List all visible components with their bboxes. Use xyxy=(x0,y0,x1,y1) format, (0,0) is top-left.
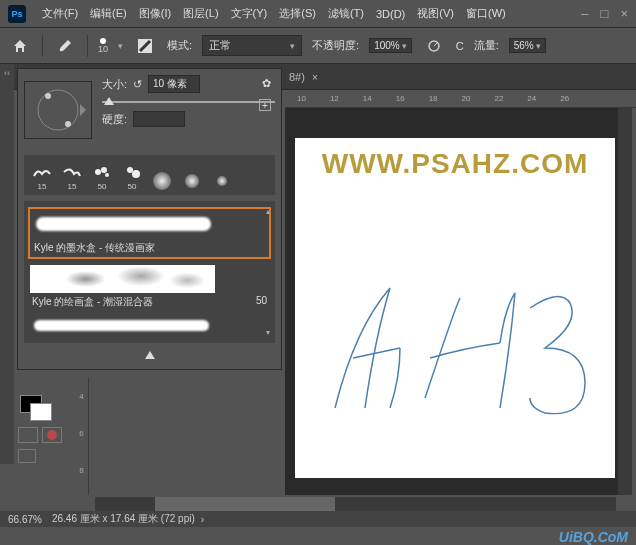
flow-label: 流量: xyxy=(474,38,499,53)
brush-size-number: 10 xyxy=(98,44,108,54)
mode-label: 模式: xyxy=(167,38,192,53)
brush-tool-icon[interactable] xyxy=(53,34,77,58)
opacity-input[interactable]: 100%▾ xyxy=(369,38,412,53)
app-logo: Ps xyxy=(8,5,26,23)
brush-preset[interactable]: 50 xyxy=(88,159,116,191)
options-toolbar: 10 ▾ 模式: 正常 ▾ 不透明度: 100%▾ C 流量: 56%▾ xyxy=(0,28,636,64)
menu-view[interactable]: 视图(V) xyxy=(411,6,460,21)
quickmask-mode-icon[interactable] xyxy=(42,427,62,443)
brush-preset[interactable] xyxy=(148,159,176,191)
svg-point-3 xyxy=(45,93,51,99)
brush-preset[interactable]: 15 xyxy=(28,159,56,191)
brush-preset[interactable]: 50 xyxy=(118,159,146,191)
panel-resize-handle[interactable] xyxy=(24,347,275,363)
brush-list-item[interactable]: Kyle 的绘画盒 - 潮湿混合器50 xyxy=(28,263,271,311)
flow-input[interactable]: 56%▾ xyxy=(509,38,546,53)
canvas-drawing xyxy=(305,248,605,448)
brush-list-item[interactable] xyxy=(28,315,271,337)
document-dimensions: 26.46 厘米 x 17.64 厘米 (72 ppi) xyxy=(52,512,195,526)
vertical-ruler: 4 6 8 xyxy=(75,378,89,495)
brush-list-item[interactable]: Kyle 的墨水盒 - 传统漫画家 xyxy=(28,207,271,259)
tab-close-icon[interactable]: × xyxy=(312,72,318,83)
brush-preset-panel: ✿ + 大小: ↺ 10 像素 硬度: 15 15 50 50 xyxy=(17,68,282,370)
horizontal-ruler: 101214 161820 222426 xyxy=(285,90,636,108)
brush-list: Kyle 的墨水盒 - 传统漫画家 Kyle 的绘画盒 - 潮湿混合器50 ▴▾ xyxy=(24,201,275,343)
svg-point-7 xyxy=(105,173,109,177)
opacity-label: 不透明度: xyxy=(312,38,359,53)
brush-list-scrollbar[interactable]: ▴▾ xyxy=(263,207,273,337)
panel-expand-strip[interactable]: ‹‹ xyxy=(0,64,14,464)
menu-image[interactable]: 图像(I) xyxy=(133,6,177,21)
hardness-label: 硬度: xyxy=(102,112,127,127)
color-swatch-tools xyxy=(16,395,72,463)
brush-preset[interactable] xyxy=(178,159,206,191)
window-controls: – □ × xyxy=(581,6,628,21)
chevron-right-icon[interactable]: › xyxy=(201,514,204,525)
brush-preset[interactable] xyxy=(208,159,236,191)
foreground-background-swatch[interactable] xyxy=(20,395,50,419)
standard-mode-icon[interactable] xyxy=(18,427,38,443)
svg-point-8 xyxy=(127,167,133,173)
brush-preset[interactable]: 15 xyxy=(58,159,86,191)
svg-point-2 xyxy=(38,90,78,130)
brush-size-input[interactable]: 10 像素 xyxy=(148,75,200,93)
canvas-viewport[interactable]: WWW.PSAHZ.COM xyxy=(285,108,632,495)
hardness-slider[interactable] xyxy=(102,135,275,137)
brush-tip-presets: 15 15 50 50 xyxy=(24,155,275,195)
status-bar: 66.67% 26.46 厘米 x 17.64 厘米 (72 ppi) › xyxy=(0,511,636,527)
menu-window[interactable]: 窗口(W) xyxy=(460,6,512,21)
menu-filter[interactable]: 滤镜(T) xyxy=(322,6,370,21)
menubar: Ps 文件(F) 编辑(E) 图像(I) 图层(L) 文字(Y) 选择(S) 滤… xyxy=(0,0,636,28)
maximize-button[interactable]: □ xyxy=(601,6,609,21)
reset-icon[interactable]: ↺ xyxy=(133,78,142,91)
flow-prefix: C xyxy=(456,40,464,52)
vertical-scrollbar[interactable] xyxy=(618,108,632,495)
brush-size-picker[interactable]: 10 xyxy=(98,38,108,54)
page-watermark: UiBQ.CoM xyxy=(559,529,628,545)
canvas-watermark-text: WWW.PSAHZ.COM xyxy=(295,148,615,180)
menu-file[interactable]: 文件(F) xyxy=(36,6,84,21)
gear-icon[interactable]: ✿ xyxy=(262,77,271,90)
blend-mode-select[interactable]: 正常 ▾ xyxy=(202,35,302,56)
size-label: 大小: xyxy=(102,77,127,92)
document-tab[interactable]: 8#) × xyxy=(285,71,322,83)
svg-point-5 xyxy=(95,169,101,175)
minimize-button[interactable]: – xyxy=(581,6,588,21)
document-canvas[interactable]: WWW.PSAHZ.COM xyxy=(295,138,615,478)
menu-3d[interactable]: 3D(D) xyxy=(370,8,411,20)
home-icon[interactable] xyxy=(8,34,32,58)
brush-panel-toggle-icon[interactable] xyxy=(133,34,157,58)
hardness-input[interactable] xyxy=(133,111,185,127)
svg-point-9 xyxy=(132,170,140,178)
chevron-down-icon[interactable]: ▾ xyxy=(118,41,123,51)
screen-mode-icon[interactable] xyxy=(18,449,36,463)
menu-layer[interactable]: 图层(L) xyxy=(177,6,224,21)
svg-point-4 xyxy=(65,121,71,127)
menu-edit[interactable]: 编辑(E) xyxy=(84,6,133,21)
svg-point-6 xyxy=(101,167,107,173)
menu-type[interactable]: 文字(Y) xyxy=(225,6,274,21)
horizontal-scrollbar[interactable] xyxy=(95,497,616,511)
menu-select[interactable]: 选择(S) xyxy=(273,6,322,21)
pressure-opacity-icon[interactable] xyxy=(422,34,446,58)
zoom-level[interactable]: 66.67% xyxy=(8,514,42,525)
brush-tip-preview[interactable] xyxy=(24,81,92,139)
close-button[interactable]: × xyxy=(620,6,628,21)
size-slider[interactable] xyxy=(102,101,275,103)
